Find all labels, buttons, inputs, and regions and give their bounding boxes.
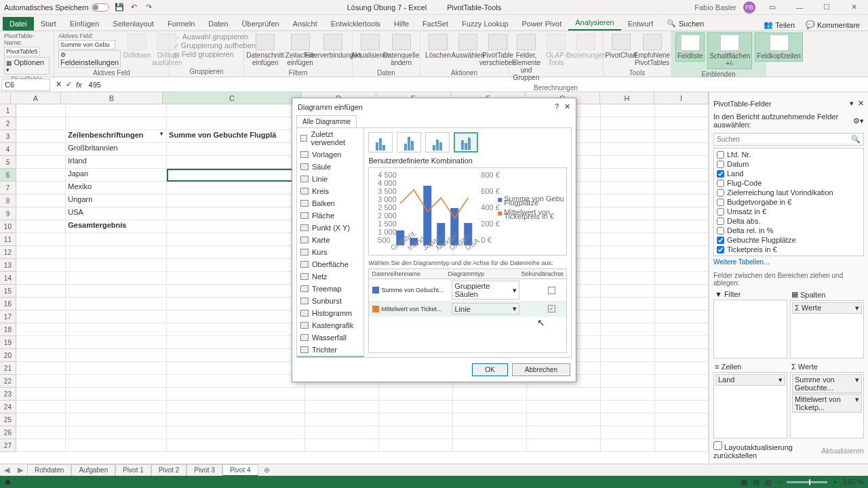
cell-B18[interactable] [66, 323, 167, 336]
col-header-B[interactable]: B [61, 92, 163, 104]
datasource-button[interactable]: Datenquelle ändern [387, 33, 416, 68]
clear-button[interactable]: Löschen [425, 33, 452, 60]
row-header-7[interactable]: 7 [0, 182, 16, 195]
fields-items-button[interactable]: Felder, Elemente und Gruppen [513, 33, 540, 83]
zoom-in-icon[interactable]: + [833, 478, 837, 486]
field-list[interactable]: Lfd. Nr.DatumLandFlug-CodeZielerreichung… [713, 148, 864, 256]
cell-A5[interactable] [16, 156, 66, 169]
row-header-20[interactable]: 20 [0, 349, 16, 362]
cell-A12[interactable] [16, 246, 66, 259]
cell-I22[interactable] [655, 375, 709, 388]
cell-B23[interactable] [66, 388, 167, 401]
tab-analysieren[interactable]: Analysieren [568, 16, 620, 30]
cell-C18[interactable] [167, 323, 304, 336]
cell-C5[interactable] [167, 156, 304, 169]
cell-A25[interactable] [16, 413, 66, 426]
cell-H5[interactable] [601, 156, 654, 169]
cell-H15[interactable] [601, 285, 654, 298]
cell-D26[interactable] [305, 426, 379, 439]
row-header-18[interactable]: 18 [0, 323, 16, 336]
cell-H11[interactable] [601, 233, 654, 246]
cell-B16[interactable] [66, 298, 167, 310]
cell-I4[interactable] [655, 143, 709, 156]
cell-A9[interactable] [16, 207, 66, 220]
name-box[interactable] [1, 79, 50, 91]
field-Lfd.-Nr.[interactable]: Lfd. Nr. [715, 150, 862, 159]
tab-hilfe[interactable]: Hilfe [387, 17, 416, 30]
cell-E26[interactable] [379, 426, 453, 439]
column-chip[interactable]: Σ Werte▾ [792, 302, 862, 314]
close-icon[interactable]: ✕ [844, 1, 864, 14]
move-button[interactable]: PivotTable verschieben [484, 33, 511, 68]
sheet-tab-Aufgaben[interactable]: Aufgaben [71, 464, 115, 476]
cell-H2[interactable] [601, 117, 654, 130]
cell-D23[interactable] [305, 388, 379, 401]
row-header-22[interactable]: 22 [0, 375, 16, 388]
cell-A22[interactable] [16, 375, 66, 388]
cell-A1[interactable] [16, 104, 66, 117]
cell-H21[interactable] [601, 362, 654, 375]
field-Delta-abs.[interactable]: Delta abs. [715, 216, 862, 226]
columns-area[interactable]: Σ Werte▾ [790, 300, 864, 359]
share-button[interactable]: 👥Teilen [760, 19, 799, 30]
cell-A6[interactable] [16, 169, 66, 182]
cell-B10[interactable]: Gesamtergebnis [66, 220, 167, 233]
row-header-8[interactable]: 8 [0, 195, 16, 207]
row-header-26[interactable]: 26 [0, 426, 16, 439]
cell-H20[interactable] [601, 349, 654, 362]
minimize-icon[interactable]: — [789, 1, 810, 14]
recommended-button[interactable]: Empfohlene PivotTables [637, 33, 667, 68]
field-settings-button[interactable]: ⚙ Feldeinstellungen [58, 50, 121, 68]
row-header-5[interactable]: 5 [0, 156, 16, 169]
cell-I21[interactable] [655, 362, 709, 375]
cell-F25[interactable] [453, 413, 527, 426]
cell-B21[interactable] [66, 362, 167, 375]
cell-C23[interactable] [167, 388, 304, 401]
cell-A3[interactable] [16, 130, 66, 143]
chart-cat-Balken[interactable]: Balken [297, 197, 363, 209]
cell-A17[interactable] [16, 310, 66, 323]
cell-A11[interactable] [16, 233, 66, 246]
chart-cat-Kreis[interactable]: Kreis [297, 185, 363, 197]
cell-C3[interactable]: Summe von Gebuchte Flugplä [167, 130, 304, 143]
cell-A24[interactable] [16, 401, 66, 413]
chart-cat-Vorlagen[interactable]: Vorlagen [297, 148, 363, 161]
enter-formula-icon[interactable]: ✓ [66, 80, 72, 89]
cell-H19[interactable] [601, 336, 654, 349]
field-Delta-rel.-in-%[interactable]: Delta rel. in % [715, 226, 862, 235]
cell-G25[interactable] [527, 413, 601, 426]
zoom-out-icon[interactable]: − [777, 478, 781, 486]
row-header-24[interactable]: 24 [0, 401, 16, 413]
cell-A26[interactable] [16, 426, 66, 439]
series2-secaxis-checkbox[interactable]: ✓ [548, 305, 555, 312]
sheet-tab-Pivot-1[interactable]: Pivot 1 [115, 464, 151, 476]
col-header-A[interactable]: A [11, 92, 61, 104]
cell-H18[interactable] [601, 323, 654, 336]
cell-F23[interactable] [453, 388, 527, 401]
cell-I23[interactable] [655, 388, 709, 401]
cell-H7[interactable] [601, 182, 654, 195]
cell-I24[interactable] [655, 401, 709, 413]
cell-C12[interactable] [167, 246, 304, 259]
cell-B17[interactable] [66, 310, 167, 323]
refresh-button[interactable]: Aktualisieren [357, 33, 384, 60]
cell-B27[interactable] [66, 439, 167, 452]
cell-I1[interactable] [655, 104, 709, 117]
cell-C13[interactable] [167, 259, 304, 272]
defer-layout-checkbox[interactable]: Layoutaktualisierung zurückstellen [713, 441, 821, 460]
series-row-1[interactable]: Summe von Gebucht... Gruppierte Säulen▾ [369, 279, 566, 302]
row-header-13[interactable]: 13 [0, 259, 16, 272]
chart-cat-Wasserfall[interactable]: Wasserfall [297, 331, 363, 344]
cell-F27[interactable] [453, 439, 527, 452]
cell-C9[interactable]: 3 [167, 207, 304, 220]
cell-I5[interactable] [655, 156, 709, 169]
filter-conn-button[interactable]: Filterverbindungen [318, 33, 348, 60]
field-search[interactable]: 🔍 [713, 133, 864, 146]
tab-einfuegen[interactable]: Einfügen [63, 17, 106, 30]
cell-B15[interactable] [66, 285, 167, 298]
panel-options-icon[interactable]: ▾ [850, 99, 854, 108]
cell-E23[interactable] [379, 388, 453, 401]
cell-H6[interactable] [601, 169, 654, 182]
chart-cat-Linie[interactable]: Linie [297, 173, 363, 185]
chart-cat-Kurs[interactable]: Kurs [297, 246, 363, 258]
